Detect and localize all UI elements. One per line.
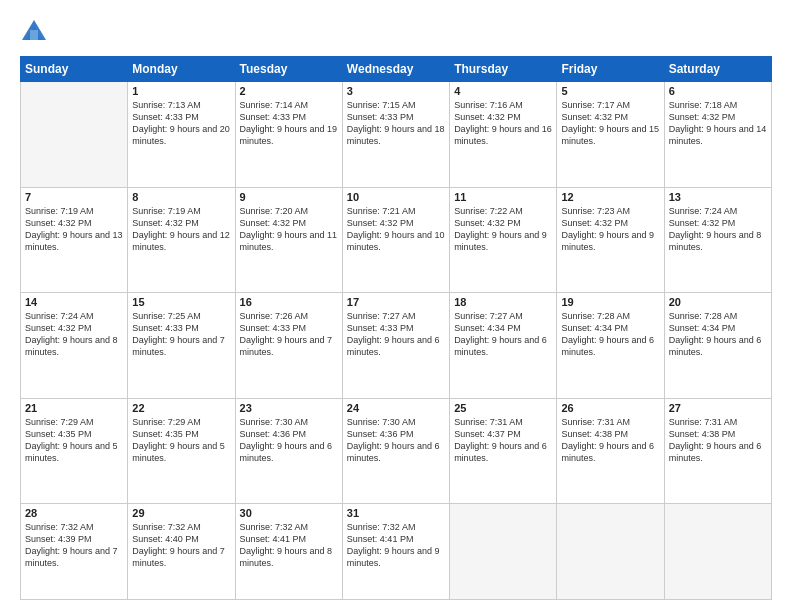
day-info: Sunrise: 7:15 AMSunset: 4:33 PMDaylight:… bbox=[347, 99, 445, 148]
day-number: 20 bbox=[669, 296, 767, 308]
calendar-day-cell: 29Sunrise: 7:32 AMSunset: 4:40 PMDayligh… bbox=[128, 504, 235, 600]
calendar-day-cell: 14Sunrise: 7:24 AMSunset: 4:32 PMDayligh… bbox=[21, 293, 128, 399]
day-info: Sunrise: 7:25 AMSunset: 4:33 PMDaylight:… bbox=[132, 310, 230, 359]
day-number: 11 bbox=[454, 191, 552, 203]
day-number: 15 bbox=[132, 296, 230, 308]
calendar-day-cell: 6Sunrise: 7:18 AMSunset: 4:32 PMDaylight… bbox=[664, 82, 771, 188]
calendar-day-cell: 28Sunrise: 7:32 AMSunset: 4:39 PMDayligh… bbox=[21, 504, 128, 600]
day-info: Sunrise: 7:32 AMSunset: 4:41 PMDaylight:… bbox=[347, 521, 445, 570]
calendar-day-cell: 10Sunrise: 7:21 AMSunset: 4:32 PMDayligh… bbox=[342, 187, 449, 293]
calendar-day-header: Monday bbox=[128, 57, 235, 82]
day-number: 10 bbox=[347, 191, 445, 203]
calendar-day-cell: 26Sunrise: 7:31 AMSunset: 4:38 PMDayligh… bbox=[557, 398, 664, 504]
day-info: Sunrise: 7:32 AMSunset: 4:40 PMDaylight:… bbox=[132, 521, 230, 570]
day-number: 21 bbox=[25, 402, 123, 414]
day-number: 1 bbox=[132, 85, 230, 97]
day-info: Sunrise: 7:28 AMSunset: 4:34 PMDaylight:… bbox=[561, 310, 659, 359]
calendar-day-cell: 12Sunrise: 7:23 AMSunset: 4:32 PMDayligh… bbox=[557, 187, 664, 293]
day-number: 4 bbox=[454, 85, 552, 97]
day-info: Sunrise: 7:20 AMSunset: 4:32 PMDaylight:… bbox=[240, 205, 338, 254]
day-number: 7 bbox=[25, 191, 123, 203]
calendar-day-header: Saturday bbox=[664, 57, 771, 82]
calendar-day-header: Sunday bbox=[21, 57, 128, 82]
calendar-day-cell: 5Sunrise: 7:17 AMSunset: 4:32 PMDaylight… bbox=[557, 82, 664, 188]
calendar-day-cell: 1Sunrise: 7:13 AMSunset: 4:33 PMDaylight… bbox=[128, 82, 235, 188]
calendar-header-row: SundayMondayTuesdayWednesdayThursdayFrid… bbox=[21, 57, 772, 82]
day-number: 27 bbox=[669, 402, 767, 414]
day-info: Sunrise: 7:28 AMSunset: 4:34 PMDaylight:… bbox=[669, 310, 767, 359]
calendar-day-header: Wednesday bbox=[342, 57, 449, 82]
calendar-week-row: 28Sunrise: 7:32 AMSunset: 4:39 PMDayligh… bbox=[21, 504, 772, 600]
calendar-week-row: 1Sunrise: 7:13 AMSunset: 4:33 PMDaylight… bbox=[21, 82, 772, 188]
day-number: 25 bbox=[454, 402, 552, 414]
calendar-day-cell: 15Sunrise: 7:25 AMSunset: 4:33 PMDayligh… bbox=[128, 293, 235, 399]
calendar-day-cell: 31Sunrise: 7:32 AMSunset: 4:41 PMDayligh… bbox=[342, 504, 449, 600]
day-info: Sunrise: 7:23 AMSunset: 4:32 PMDaylight:… bbox=[561, 205, 659, 254]
day-info: Sunrise: 7:32 AMSunset: 4:39 PMDaylight:… bbox=[25, 521, 123, 570]
day-number: 23 bbox=[240, 402, 338, 414]
day-info: Sunrise: 7:27 AMSunset: 4:34 PMDaylight:… bbox=[454, 310, 552, 359]
calendar-day-cell: 23Sunrise: 7:30 AMSunset: 4:36 PMDayligh… bbox=[235, 398, 342, 504]
day-number: 28 bbox=[25, 507, 123, 519]
day-info: Sunrise: 7:22 AMSunset: 4:32 PMDaylight:… bbox=[454, 205, 552, 254]
calendar-day-cell: 9Sunrise: 7:20 AMSunset: 4:32 PMDaylight… bbox=[235, 187, 342, 293]
day-info: Sunrise: 7:13 AMSunset: 4:33 PMDaylight:… bbox=[132, 99, 230, 148]
calendar-day-cell: 22Sunrise: 7:29 AMSunset: 4:35 PMDayligh… bbox=[128, 398, 235, 504]
day-info: Sunrise: 7:31 AMSunset: 4:37 PMDaylight:… bbox=[454, 416, 552, 465]
calendar-day-header: Friday bbox=[557, 57, 664, 82]
calendar-day-cell: 11Sunrise: 7:22 AMSunset: 4:32 PMDayligh… bbox=[450, 187, 557, 293]
day-number: 2 bbox=[240, 85, 338, 97]
day-number: 18 bbox=[454, 296, 552, 308]
day-number: 12 bbox=[561, 191, 659, 203]
day-info: Sunrise: 7:30 AMSunset: 4:36 PMDaylight:… bbox=[240, 416, 338, 465]
day-number: 17 bbox=[347, 296, 445, 308]
day-info: Sunrise: 7:24 AMSunset: 4:32 PMDaylight:… bbox=[669, 205, 767, 254]
day-info: Sunrise: 7:29 AMSunset: 4:35 PMDaylight:… bbox=[132, 416, 230, 465]
day-number: 8 bbox=[132, 191, 230, 203]
calendar-day-header: Tuesday bbox=[235, 57, 342, 82]
day-info: Sunrise: 7:16 AMSunset: 4:32 PMDaylight:… bbox=[454, 99, 552, 148]
calendar-day-cell: 27Sunrise: 7:31 AMSunset: 4:38 PMDayligh… bbox=[664, 398, 771, 504]
day-number: 26 bbox=[561, 402, 659, 414]
calendar-day-cell: 4Sunrise: 7:16 AMSunset: 4:32 PMDaylight… bbox=[450, 82, 557, 188]
day-info: Sunrise: 7:24 AMSunset: 4:32 PMDaylight:… bbox=[25, 310, 123, 359]
calendar-day-cell: 30Sunrise: 7:32 AMSunset: 4:41 PMDayligh… bbox=[235, 504, 342, 600]
day-info: Sunrise: 7:18 AMSunset: 4:32 PMDaylight:… bbox=[669, 99, 767, 148]
day-number: 13 bbox=[669, 191, 767, 203]
day-number: 24 bbox=[347, 402, 445, 414]
day-info: Sunrise: 7:29 AMSunset: 4:35 PMDaylight:… bbox=[25, 416, 123, 465]
calendar-day-cell: 20Sunrise: 7:28 AMSunset: 4:34 PMDayligh… bbox=[664, 293, 771, 399]
calendar-day-cell: 3Sunrise: 7:15 AMSunset: 4:33 PMDaylight… bbox=[342, 82, 449, 188]
day-info: Sunrise: 7:30 AMSunset: 4:36 PMDaylight:… bbox=[347, 416, 445, 465]
calendar-week-row: 14Sunrise: 7:24 AMSunset: 4:32 PMDayligh… bbox=[21, 293, 772, 399]
day-number: 14 bbox=[25, 296, 123, 308]
calendar-day-cell: 25Sunrise: 7:31 AMSunset: 4:37 PMDayligh… bbox=[450, 398, 557, 504]
calendar-day-cell: 24Sunrise: 7:30 AMSunset: 4:36 PMDayligh… bbox=[342, 398, 449, 504]
calendar-day-cell: 17Sunrise: 7:27 AMSunset: 4:33 PMDayligh… bbox=[342, 293, 449, 399]
calendar-day-cell bbox=[450, 504, 557, 600]
day-number: 9 bbox=[240, 191, 338, 203]
day-number: 31 bbox=[347, 507, 445, 519]
header bbox=[20, 18, 772, 46]
calendar-day-cell bbox=[557, 504, 664, 600]
svg-rect-2 bbox=[30, 30, 38, 40]
logo-icon bbox=[20, 18, 48, 46]
day-info: Sunrise: 7:19 AMSunset: 4:32 PMDaylight:… bbox=[132, 205, 230, 254]
day-info: Sunrise: 7:17 AMSunset: 4:32 PMDaylight:… bbox=[561, 99, 659, 148]
calendar-week-row: 21Sunrise: 7:29 AMSunset: 4:35 PMDayligh… bbox=[21, 398, 772, 504]
day-number: 5 bbox=[561, 85, 659, 97]
calendar-day-cell: 7Sunrise: 7:19 AMSunset: 4:32 PMDaylight… bbox=[21, 187, 128, 293]
day-info: Sunrise: 7:21 AMSunset: 4:32 PMDaylight:… bbox=[347, 205, 445, 254]
day-info: Sunrise: 7:14 AMSunset: 4:33 PMDaylight:… bbox=[240, 99, 338, 148]
calendar-day-cell: 2Sunrise: 7:14 AMSunset: 4:33 PMDaylight… bbox=[235, 82, 342, 188]
calendar-day-cell: 18Sunrise: 7:27 AMSunset: 4:34 PMDayligh… bbox=[450, 293, 557, 399]
calendar-day-cell: 19Sunrise: 7:28 AMSunset: 4:34 PMDayligh… bbox=[557, 293, 664, 399]
calendar-day-cell: 13Sunrise: 7:24 AMSunset: 4:32 PMDayligh… bbox=[664, 187, 771, 293]
day-info: Sunrise: 7:26 AMSunset: 4:33 PMDaylight:… bbox=[240, 310, 338, 359]
day-info: Sunrise: 7:27 AMSunset: 4:33 PMDaylight:… bbox=[347, 310, 445, 359]
day-info: Sunrise: 7:32 AMSunset: 4:41 PMDaylight:… bbox=[240, 521, 338, 570]
calendar-day-cell bbox=[664, 504, 771, 600]
day-number: 30 bbox=[240, 507, 338, 519]
calendar-day-cell: 21Sunrise: 7:29 AMSunset: 4:35 PMDayligh… bbox=[21, 398, 128, 504]
day-number: 22 bbox=[132, 402, 230, 414]
